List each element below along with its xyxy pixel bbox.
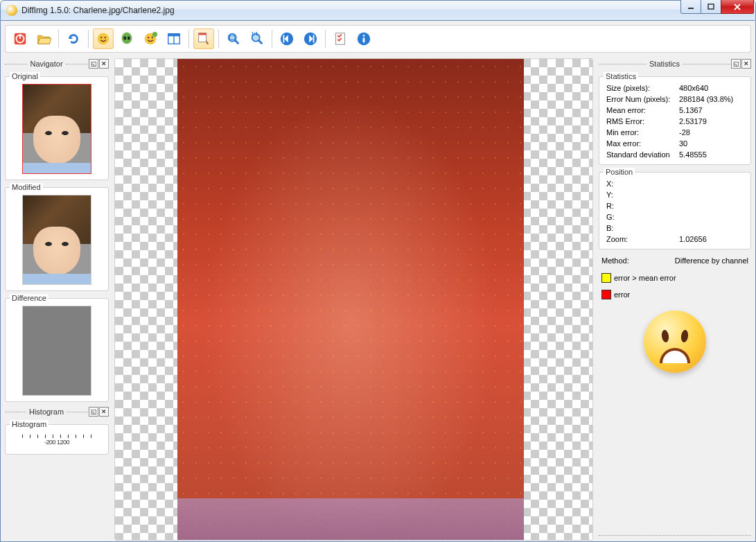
svg-rect-19 [199,33,206,35]
window-controls [681,0,754,14]
preferences-button[interactable] [330,28,351,49]
svg-text:1:1: 1:1 [252,31,258,36]
legend-err-label: error [614,290,630,299]
svg-point-7 [105,37,106,38]
modified-group: Modified [5,187,109,291]
stat-size: Size (pixels):480x640 [604,82,746,94]
pos-b: B: [604,222,746,234]
svg-point-32 [363,35,365,37]
svg-line-21 [235,40,239,44]
statistics-header: Statistics ◱ ✕ [599,58,751,69]
svg-rect-0 [688,8,694,9]
original-thumbnail[interactable] [22,84,91,174]
svg-rect-16 [168,34,180,37]
stat-min: Min error:-28 [604,127,746,138]
svg-point-10 [128,36,130,40]
toolbar-separator [325,30,326,48]
statistics-group: Statistics Size (pixels):480x640 Error N… [599,76,751,165]
legend-gt: error > mean error [599,272,751,284]
original-label: Original [10,72,40,80]
histogram-group-label: Histogram [10,420,49,428]
minimize-button[interactable] [680,0,701,14]
method-row: Method: Difference by channel [599,254,751,268]
undock-icon[interactable]: ◱ [731,59,741,69]
pos-y: Y: [604,189,746,200]
alien-button[interactable] [116,28,137,49]
close-panel-icon[interactable]: ✕ [741,59,751,69]
svg-point-5 [98,33,109,45]
svg-point-14 [152,32,157,37]
main-area: Navigator ◱ ✕ Original Modified Differen… [5,58,751,541]
toolbar-separator [218,30,219,48]
histogram-ruler: -200 1200 [22,435,91,446]
toolbar: 1:1 [5,25,751,53]
svg-point-8 [122,33,132,44]
refresh-button[interactable] [63,28,84,49]
navigator-label: Navigator [27,60,65,68]
stat-rms: RMS Error:2.53179 [604,116,746,127]
close-panel-icon[interactable]: ✕ [99,59,109,69]
position-group: Position X: Y: R: G: B: Zoom:1.02656 [599,172,751,250]
zoom-fit-button[interactable] [223,28,244,49]
maximize-button[interactable] [701,0,721,14]
legend-gt-swatch [601,273,611,283]
svg-point-6 [100,37,102,38]
modified-thumbnail[interactable] [22,195,91,285]
modified-label: Modified [10,183,43,191]
statistics-head-label: Statistics [647,60,683,68]
diff-image [177,59,524,540]
svg-rect-4 [19,35,21,39]
svg-line-24 [258,40,263,44]
quit-button[interactable] [10,28,30,49]
right-footer-dots [599,530,751,541]
toolbar-separator [88,30,89,48]
right-column: Statistics ◱ ✕ Statistics Size (pixels):… [599,58,751,541]
svg-rect-27 [283,35,285,43]
difference-label: Difference [10,294,49,302]
navigator-header: Navigator ◱ ✕ [5,58,109,69]
pos-g: G: [604,211,746,222]
difference-group: Difference [5,298,109,402]
toolbar-separator [272,30,272,48]
about-button[interactable] [353,28,374,49]
toolbar-separator [58,30,59,48]
histogram-header: Histogram ◱ ✕ [5,406,109,417]
pos-zoom: Zoom:1.02656 [604,234,746,245]
toolbar-separator [188,30,189,48]
stat-mean: Mean error:5.1367 [604,105,746,116]
histogram-group: Histogram -200 1200 [5,424,109,455]
app-icon [6,5,17,16]
open-button[interactable] [33,28,54,49]
smile2-button[interactable] [140,28,161,49]
original-group: Original [5,76,109,180]
next-button[interactable] [300,28,321,49]
difference-thumbnail[interactable] [22,306,91,396]
prev-button[interactable] [276,28,297,49]
stat-max: Max error:30 [604,138,746,149]
method-label: Method: [601,256,629,265]
close-button[interactable] [721,0,754,14]
stat-std: Standard deviation5.48555 [604,149,746,160]
pos-r: R: [604,200,746,211]
dual-panel-button[interactable] [164,28,184,49]
legend-err: error [599,288,751,301]
image-viewport[interactable] [114,58,593,541]
show-diff-button[interactable] [193,28,214,49]
left-column: Navigator ◱ ✕ Original Modified Differen… [5,58,109,541]
undock-icon[interactable]: ◱ [89,407,98,417]
stat-errnum: Error Num (pixels):288184 (93.8%) [604,94,746,105]
svg-point-9 [123,36,126,40]
zoom-11-button[interactable]: 1:1 [247,28,267,49]
histogram-axis: -200 1200 [22,439,91,446]
close-panel-icon[interactable]: ✕ [99,407,109,417]
pos-x: X: [604,178,746,189]
svg-point-13 [152,37,153,38]
undock-icon[interactable]: ◱ [89,59,98,69]
svg-rect-29 [313,35,315,43]
app-frame: 1:1 Navigator ◱ ✕ Original Modified [0,21,756,542]
svg-rect-1 [708,4,714,9]
position-group-label: Position [604,168,635,176]
window-title: DiffImg 1.5.0: Charlene.jpg/Charlene2.jp… [21,6,175,15]
legend-gt-label: error > mean error [614,274,676,282]
smile-button[interactable] [93,28,114,49]
